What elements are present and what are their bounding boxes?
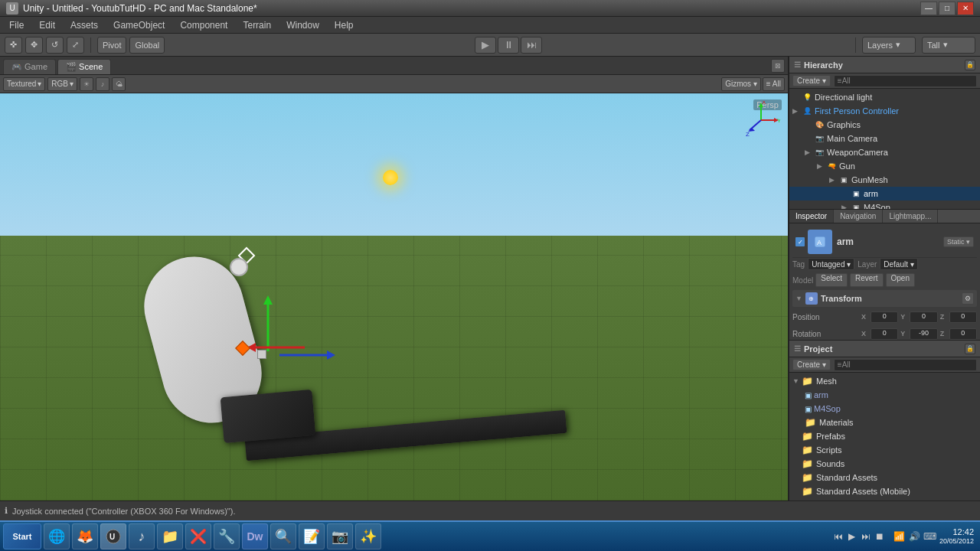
hierarchy-create-btn[interactable]: Create ▾ <box>792 75 831 86</box>
menu-window[interactable]: Window <box>280 18 325 32</box>
tray-keyboard-icon[interactable]: ⌨ <box>924 530 936 543</box>
project-folder-standard-assets-mobile[interactable]: 📁 Standard Assets (Mobile) <box>789 484 980 498</box>
maximize-view-button[interactable]: ⊠ <box>771 59 785 73</box>
layers-dropdown[interactable]: Layers ▾ <box>862 37 916 54</box>
position-x-input[interactable]: 0 <box>871 311 898 323</box>
open-button[interactable]: Open <box>886 273 915 287</box>
layout-dropdown[interactable]: Tall ▾ <box>922 37 975 54</box>
minimize-button[interactable]: — <box>920 2 937 15</box>
position-z-input[interactable]: 0 <box>949 311 977 323</box>
project-folder-prefabs[interactable]: 📁 Prefabs <box>789 429 980 443</box>
tray-next-icon[interactable]: ⏭ <box>860 530 872 543</box>
model-label: Model <box>792 276 813 285</box>
project-folder-standard-assets[interactable]: 📁 Standard Assets <box>789 471 980 484</box>
play-button[interactable]: ▶ <box>475 37 496 54</box>
menu-help[interactable]: Help <box>328 18 360 32</box>
transform-section-header[interactable]: ▼ ⊕ Transform ⚙ <box>792 290 977 307</box>
hierarchy-item-arm[interactable]: ▣ arm <box>789 187 980 201</box>
hierarchy-item-graphics[interactable]: 🎨 Graphics <box>789 118 980 132</box>
hierarchy-lock-btn[interactable]: 🔒 <box>965 60 975 70</box>
tray-network-icon[interactable]: 📶 <box>893 530 906 543</box>
project-lock-btn[interactable]: 🔒 <box>965 344 975 354</box>
inspector-content: ✓ A arm Static ▾ Tag Untagged ▾ <box>789 223 980 340</box>
menu-assets[interactable]: Assets <box>64 18 104 32</box>
scale-tool[interactable]: ⤢ <box>67 37 84 54</box>
pivot-button[interactable]: Pivot <box>97 37 126 54</box>
taskbar-browser-icon[interactable]: 🌐 <box>44 523 70 549</box>
pause-button[interactable]: ⏸ <box>498 37 519 54</box>
taskbar-notepad-icon[interactable]: 📝 <box>299 523 325 549</box>
tray-volume-icon[interactable]: 🔊 <box>909 530 921 543</box>
rotation-x-input[interactable]: 0 <box>871 328 898 340</box>
project-folder-mesh[interactable]: ▼ 📁 Mesh <box>789 374 980 388</box>
layer-dropdown[interactable]: Default ▾ <box>880 258 917 270</box>
hierarchy-item-m4sop[interactable]: ▶ ▣ M4Sop <box>789 201 980 209</box>
position-y-input[interactable]: 0 <box>910 311 937 323</box>
all-dropdown[interactable]: ≡ All <box>763 77 785 91</box>
project-folder-terrain[interactable]: 📁 Terrain <box>789 498 980 500</box>
project-search[interactable]: ≡All <box>834 359 977 371</box>
taskbar-dw-icon[interactable]: Dw <box>242 523 268 549</box>
hand-tool[interactable]: ✜ <box>5 37 22 54</box>
global-button[interactable]: Global <box>129 37 165 54</box>
taskbar-magnify-icon[interactable]: 🔍 <box>270 523 296 549</box>
transform-gear-icon[interactable]: ⚙ <box>962 292 974 305</box>
maximize-button[interactable]: □ <box>939 2 956 15</box>
hierarchy-search[interactable]: ≡All <box>834 75 977 87</box>
revert-button[interactable]: Revert <box>850 273 883 287</box>
scene-sky-btn[interactable]: 🌤 <box>112 77 126 91</box>
taskbar-unity-icon[interactable]: U <box>100 523 126 549</box>
close-button[interactable]: ✕ <box>957 2 974 15</box>
color-mode-dropdown[interactable]: RGB ▾ <box>47 77 77 91</box>
hierarchy-item-weapon-camera[interactable]: ▶ 📷 WeaponCamera <box>789 145 980 159</box>
tray-play-icon[interactable]: ▶ <box>846 530 858 543</box>
object-enable-toggle[interactable]: ✓ <box>795 237 805 246</box>
project-create-btn[interactable]: Create ▾ <box>792 359 831 370</box>
start-button[interactable]: Start <box>3 523 41 549</box>
tab-game[interactable]: 🎮 Game <box>3 59 56 74</box>
move-tool[interactable]: ✥ <box>25 37 43 54</box>
tab-navigation[interactable]: Navigation <box>834 210 883 223</box>
rotation-y-input[interactable]: -90 <box>910 328 937 340</box>
taskbar-effects-icon[interactable]: ✨ <box>355 523 381 549</box>
tab-scene[interactable]: 🎬 Scene <box>57 59 111 74</box>
scene-viewport[interactable]: Persp X Y Z <box>0 93 788 500</box>
position-label: Position <box>792 313 861 321</box>
select-button[interactable]: Select <box>815 273 848 287</box>
tab-lightmapping[interactable]: Lightmapp... <box>883 210 938 223</box>
rotation-z-input[interactable]: 0 <box>949 328 977 340</box>
tab-inspector[interactable]: Inspector <box>789 210 834 223</box>
tray-stop-icon[interactable]: ⏹ <box>874 530 886 543</box>
menu-component[interactable]: Component <box>174 18 234 32</box>
taskbar-tool-icon[interactable]: 🔧 <box>214 523 240 549</box>
tray-prev-icon[interactable]: ⏮ <box>832 530 844 543</box>
step-button[interactable]: ⏭ <box>521 37 542 54</box>
gizmos-dropdown[interactable]: Gizmos ▾ <box>721 77 761 91</box>
render-mode-dropdown[interactable]: Textured ▾ <box>3 77 45 91</box>
menu-edit[interactable]: Edit <box>33 18 61 32</box>
hierarchy-item-main-camera[interactable]: 📷 Main Camera <box>789 132 980 145</box>
hierarchy-item-directional-light[interactable]: 💡 Directional light <box>789 90 980 104</box>
media-controls-tray: ⏮ ▶ ⏭ ⏹ <box>832 530 886 543</box>
project-folder-scripts[interactable]: 📁 Scripts <box>789 443 980 457</box>
hierarchy-item-fpc[interactable]: ▶ 👤 First Person Controller <box>789 104 980 118</box>
project-folder-sounds[interactable]: 📁 Sounds <box>789 457 980 471</box>
project-item-m4sop[interactable]: ▣ M4Sop <box>789 402 980 416</box>
project-item-arm[interactable]: ▣ arm <box>789 388 980 402</box>
scene-lighting-btn[interactable]: ☀ <box>80 77 93 91</box>
taskbar-x-icon[interactable]: ❌ <box>185 523 211 549</box>
menu-gameobject[interactable]: GameObject <box>107 18 171 32</box>
menu-file[interactable]: File <box>3 18 30 32</box>
rotate-tool[interactable]: ↺ <box>46 37 64 54</box>
menu-terrain[interactable]: Terrain <box>237 18 277 32</box>
project-folder-materials[interactable]: 📁 Materials <box>789 416 980 429</box>
taskbar-camera-icon[interactable]: 📷 <box>327 523 353 549</box>
taskbar-folder-icon[interactable]: 📁 <box>157 523 183 549</box>
hierarchy-item-gunmesh[interactable]: ▶ ▣ GunMesh <box>789 173 980 187</box>
taskbar-music-icon[interactable]: ♪ <box>129 523 155 549</box>
tag-dropdown[interactable]: Untagged ▾ <box>808 258 854 270</box>
taskbar-firefox-icon[interactable]: 🦊 <box>72 523 98 549</box>
hierarchy-item-gun[interactable]: ▶ 🔫 Gun <box>789 159 980 173</box>
scene-audio-btn[interactable]: ♪ <box>96 77 109 91</box>
static-dropdown[interactable]: Static ▾ <box>943 236 974 247</box>
